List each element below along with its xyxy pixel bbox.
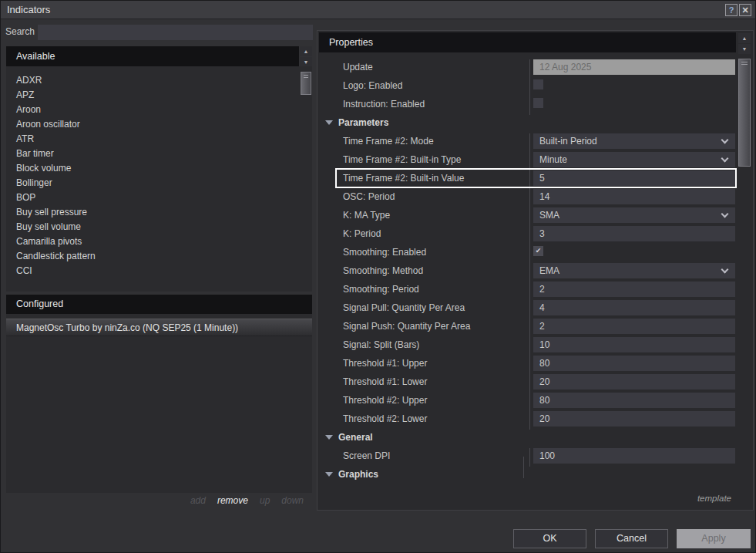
property-value-area: 2 xyxy=(529,282,738,300)
available-list-item[interactable]: BOP xyxy=(6,191,312,205)
available-list-item[interactable]: Bar timer xyxy=(6,147,312,161)
properties-scrollbar-thumb[interactable] xyxy=(738,59,751,167)
property-label: Time Frame #2: Built-in Value xyxy=(343,170,464,186)
property-value-field[interactable]: 3 xyxy=(533,226,735,241)
scroll-down-icon[interactable]: ▼ xyxy=(738,44,751,54)
section-label: Parameters xyxy=(338,115,388,130)
property-value-area: 12 Aug 2025 xyxy=(529,59,738,78)
indicators-dialog: Indicators ? ✕ Search Available ▲ ▼ ADXR… xyxy=(0,0,756,553)
search-input[interactable] xyxy=(38,25,313,40)
property-value-area: 5 xyxy=(529,170,738,189)
property-label: Smoothing: Period xyxy=(343,282,419,297)
property-value-area: EMA xyxy=(529,263,738,282)
available-list-item[interactable]: APZ xyxy=(6,88,312,103)
property-value-field[interactable]: 80 xyxy=(533,393,735,408)
available-scroll-arrows: ▲ ▼ xyxy=(300,46,312,68)
configured-actions: addremoveupdown xyxy=(6,495,304,506)
configured-list-item-selected[interactable]: MagnetOsc Turbo by ninZa.co (NQ SEP25 (1… xyxy=(6,319,312,336)
template-note: template xyxy=(697,494,731,503)
property-label: K: MA Type xyxy=(343,207,390,223)
available-list-item[interactable]: Aroon xyxy=(6,103,312,117)
property-label: Threshold #2: Upper xyxy=(343,393,427,408)
property-row: Smoothing: MethodEMA xyxy=(324,263,738,282)
property-value-field[interactable]: 80 xyxy=(533,356,735,371)
property-row: K: Period3 xyxy=(324,226,738,244)
available-list-item[interactable]: Camarilla pivots xyxy=(6,234,312,249)
help-icon[interactable]: ? xyxy=(725,4,738,16)
property-value-field[interactable]: 100 xyxy=(533,448,735,464)
chevron-down-icon xyxy=(721,155,729,163)
available-list-item[interactable]: Aroon oscillator xyxy=(6,117,312,132)
available-list-item[interactable]: CCI xyxy=(6,264,312,278)
window-title: Indicators xyxy=(7,1,50,19)
property-value-field[interactable]: 2 xyxy=(533,319,735,334)
search-label: Search xyxy=(5,26,35,37)
property-value-field[interactable]: 5 xyxy=(533,170,735,186)
add-action: add xyxy=(190,495,206,506)
property-section-row[interactable]: Parameters xyxy=(324,115,738,133)
available-scrollbar-thumb[interactable] xyxy=(301,72,311,95)
close-icon[interactable]: ✕ xyxy=(739,4,751,16)
property-value-area: ✔ xyxy=(529,244,738,263)
property-label: Signal Push: Quantity Per Area xyxy=(343,319,470,334)
property-value-field[interactable]: 20 xyxy=(533,374,735,389)
property-row: Threshold #1: Lower20 xyxy=(324,374,738,393)
property-value-field[interactable]: 10 xyxy=(533,337,735,352)
available-list-item[interactable]: Buy sell volume xyxy=(6,220,312,234)
property-dropdown[interactable]: Minute xyxy=(533,152,735,167)
property-section-row[interactable]: General xyxy=(324,430,738,448)
remove-action[interactable]: remove xyxy=(217,495,248,506)
down-action: down xyxy=(281,495,304,506)
available-list-item[interactable]: ADXR xyxy=(6,73,312,88)
property-value-area: 3 xyxy=(529,226,738,244)
property-label: Signal Pull: Quantity Per Area xyxy=(343,300,465,315)
chevron-down-icon xyxy=(721,137,729,144)
property-row: Threshold #2: Upper80 xyxy=(324,393,738,411)
property-value-field[interactable]: 14 xyxy=(533,189,735,204)
property-dropdown[interactable]: SMA xyxy=(533,207,735,223)
property-row: Time Frame #2: Built-in Value5 xyxy=(324,170,738,189)
property-label: K: Period xyxy=(343,226,381,241)
collapse-triangle-icon xyxy=(325,472,333,477)
property-label: Instruction: Enabled xyxy=(343,96,425,112)
property-label: Logo: Enabled xyxy=(343,78,402,93)
available-list-item[interactable]: Candlestick pattern xyxy=(6,249,312,264)
property-label: Threshold #2: Lower xyxy=(343,411,427,427)
scroll-up-icon[interactable]: ▲ xyxy=(300,46,312,56)
section-label: General xyxy=(338,430,373,445)
title-bar[interactable]: Indicators ? ✕ xyxy=(1,1,755,19)
available-list-item[interactable]: ATR xyxy=(6,132,312,147)
configured-header: Configured xyxy=(6,295,312,314)
property-dropdown[interactable]: EMA xyxy=(533,263,735,278)
property-row: Screen DPI100 xyxy=(324,448,738,467)
property-value-field[interactable]: 20 xyxy=(533,411,735,427)
property-value-field: 12 Aug 2025 xyxy=(533,59,735,75)
property-row: Signal Pull: Quantity Per Area4 xyxy=(324,300,738,319)
property-checkbox[interactable]: ✔ xyxy=(533,246,543,256)
property-value-area: 10 xyxy=(529,337,738,356)
properties-header: Properties xyxy=(319,32,736,52)
property-value-area: 80 xyxy=(529,393,738,411)
property-value-area: 20 xyxy=(529,411,738,430)
property-checkbox[interactable] xyxy=(533,79,543,89)
property-value-area: 4 xyxy=(529,300,738,319)
cancel-button[interactable]: Cancel xyxy=(595,529,668,548)
property-label: OSC: Period xyxy=(343,189,395,204)
property-value-field[interactable]: 2 xyxy=(533,282,735,297)
property-value-area: 20 xyxy=(529,374,738,393)
property-row: Time Frame #2: ModeBuilt-in Period xyxy=(324,133,738,152)
property-label: Update xyxy=(343,59,373,75)
property-label: Smoothing: Enabled xyxy=(343,244,426,260)
available-list-item[interactable]: Buy sell pressure xyxy=(6,205,312,220)
property-row: Threshold #2: Lower20 xyxy=(324,411,738,430)
property-dropdown[interactable]: Built-in Period xyxy=(533,133,735,149)
property-section-row[interactable]: Graphics xyxy=(324,467,738,485)
up-action: up xyxy=(260,495,270,506)
available-list-item[interactable]: Bollinger xyxy=(6,176,312,191)
section-label: Graphics xyxy=(338,467,378,482)
property-checkbox[interactable] xyxy=(533,98,543,108)
property-value-field[interactable]: 4 xyxy=(533,300,735,315)
available-list-item[interactable]: Block volume xyxy=(6,161,312,176)
ok-button[interactable]: OK xyxy=(513,529,586,548)
scroll-up-icon[interactable]: ▲ xyxy=(738,33,751,43)
